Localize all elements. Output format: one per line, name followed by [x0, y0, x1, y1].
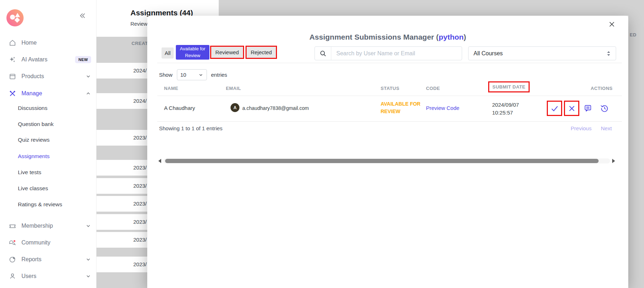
sidebar-item-ai-avatars[interactable]: AI Avatars NEW [9, 54, 91, 65]
sidebar-collapse-button[interactable] [79, 12, 86, 21]
chevron-down-icon [198, 72, 203, 77]
scrollbar-thumb[interactable] [165, 159, 599, 163]
courses-filter-select[interactable]: All Courses [468, 46, 616, 60]
previous-button[interactable]: Previous [571, 125, 591, 131]
created-date: 2024/ [133, 67, 147, 74]
history-icon[interactable] [600, 103, 609, 113]
sidebar-subitem-live-tests[interactable]: Live tests [18, 169, 41, 176]
table-row: 2023/ [96, 214, 147, 230]
reject-x-icon[interactable] [567, 104, 576, 113]
sidebar-item-label: Membership [21, 223, 53, 229]
home-icon [9, 39, 16, 46]
tab-available-for-review[interactable]: Available for Review [176, 45, 209, 60]
screen: Assignments (44) Review CREAT 2024/ 2024… [0, 0, 644, 288]
sidebar-subitem-ratings-reviews[interactable]: Ratings & reviews [18, 201, 62, 208]
created-date: 2023/ [133, 237, 147, 243]
status-badge: AVAILABLE FOR REVIEW [381, 100, 424, 115]
search-input[interactable] [331, 50, 462, 57]
page-size-select[interactable]: 10 [177, 69, 207, 80]
user-name: A Chaudhary [164, 105, 195, 111]
chevron-down-icon [85, 74, 91, 79]
tab-all[interactable]: All [162, 47, 174, 59]
column-header-name: NAME [164, 86, 178, 91]
background-table-right [628, 16, 644, 288]
scroll-right-icon[interactable] [612, 158, 615, 163]
sidebar-item-label: Home [21, 40, 37, 46]
tab-reviewed[interactable]: Reviewed [211, 47, 243, 58]
background-column-header-created: CREAT [132, 41, 148, 46]
chevron-down-icon [85, 257, 91, 262]
annotation-box-submit-date: SUBMIT DATE [488, 81, 530, 92]
sidebar-item-users[interactable]: Users [9, 271, 91, 282]
sidebar-item-label: Users [21, 273, 36, 279]
annotation-box-approve [547, 101, 562, 116]
double-chevron-left-icon [79, 12, 86, 19]
approve-check-icon[interactable] [550, 104, 559, 113]
tools-icon [9, 90, 16, 97]
sidebar-item-home[interactable]: Home [9, 37, 91, 49]
column-header-status: STATUS [381, 86, 399, 91]
submit-date-cell: 2024/09/07 10:25:57 [492, 101, 519, 117]
table-row: 2023/ [96, 160, 147, 176]
tab-rejected[interactable]: Rejected [247, 47, 276, 58]
user-email: a.chaudhary7838@gmail.com [242, 105, 309, 111]
preview-code-link[interactable]: Preview Code [426, 105, 459, 111]
page-subtitle: Review [130, 21, 148, 27]
table-row: 2023/ [96, 130, 147, 146]
up-down-arrows-icon [606, 51, 611, 56]
avatar: A [231, 103, 239, 112]
created-date: 2023/ [133, 183, 147, 189]
pagination: Previous Next [571, 125, 612, 131]
annotation-box-rejected: Rejected [246, 46, 277, 59]
horizontal-scrollbar [158, 158, 615, 164]
community-chat-icon [9, 239, 16, 246]
scrollbar-track[interactable] [163, 158, 610, 163]
sidebar-subitem-assignments[interactable]: Assignments [18, 153, 50, 160]
entries-summary: Showing 1 to 1 of 1 entries [159, 125, 223, 131]
app-logo[interactable] [6, 9, 24, 26]
search-box [314, 46, 462, 60]
next-button[interactable]: Next [601, 125, 612, 131]
sidebar-item-products[interactable]: Products [9, 71, 91, 82]
sidebar-item-label: Reports [21, 256, 41, 263]
sidebar-subitem-live-classes[interactable]: Live classes [18, 185, 48, 192]
sidebar: Home AI Avatars NEW Products Manage [0, 0, 96, 288]
chevron-down-icon [85, 273, 91, 279]
modal-title: Assignment Submissions Manager (python) [147, 33, 628, 41]
user-icon [9, 273, 16, 280]
close-icon[interactable] [608, 21, 616, 29]
submit-date: 2024/09/07 [492, 101, 519, 109]
sidebar-subitem-question-bank[interactable]: Question bank [18, 121, 54, 127]
sidebar-subitem-quiz-reviews[interactable]: Quiz reviews [18, 137, 50, 143]
sidebar-item-reports[interactable]: Reports [9, 254, 91, 265]
sidebar-item-community[interactable]: Community [9, 237, 91, 248]
sidebar-item-membership[interactable]: Membership [9, 220, 91, 232]
ticket-icon [9, 222, 16, 229]
sidebar-item-label: Manage [21, 90, 42, 97]
sidebar-subitem-discussions[interactable]: Discussions [18, 105, 48, 111]
column-header-code: CODE [426, 86, 440, 91]
divider [157, 63, 622, 63]
annotation-box-reviewed: Reviewed [210, 46, 244, 59]
submit-time: 10:25:57 [492, 109, 519, 117]
background-top-band [219, 0, 644, 16]
scroll-left-icon[interactable] [158, 158, 162, 163]
courses-filter-value: All Courses [474, 50, 503, 57]
sparkles-icon [9, 56, 16, 63]
divider [157, 121, 622, 122]
sidebar-item-manage[interactable]: Manage [9, 88, 91, 99]
chevron-up-icon [85, 91, 91, 96]
chevron-down-icon [85, 223, 91, 229]
background-table-left: CREAT 2024/ 2024/ 2023/ 2023/ 2023/ 2023… [96, 37, 147, 288]
background-column-header-right: ED [630, 32, 636, 37]
created-date: 2023/ [133, 201, 147, 207]
modal-title-suffix: ) [464, 33, 466, 41]
column-header-actions: ACTIONS [591, 86, 613, 91]
show-label: Show [159, 72, 173, 78]
new-badge: NEW [75, 56, 91, 63]
comment-icon[interactable] [583, 103, 593, 113]
products-icon [9, 73, 16, 80]
created-date: 2023/ [133, 135, 147, 141]
divider [157, 96, 622, 96]
modal-title-text: Assignment Submissions Manager ( [309, 33, 439, 41]
